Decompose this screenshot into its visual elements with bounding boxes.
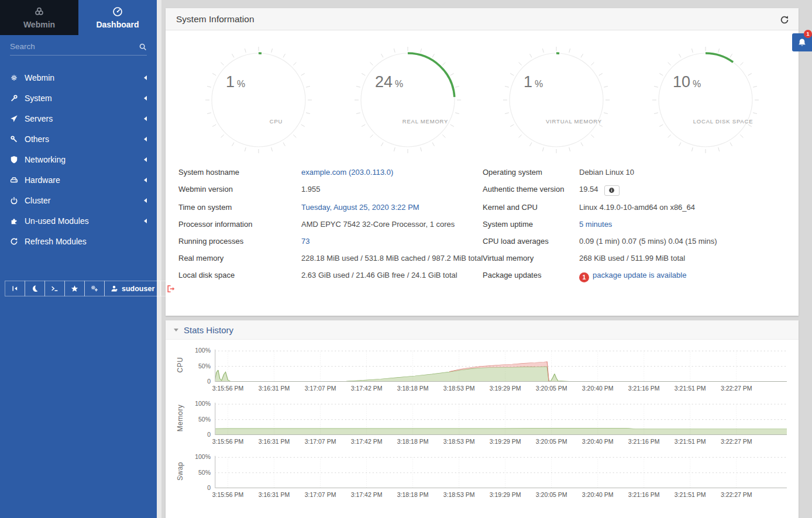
- x-tick-label: 3:22:27 PM: [721, 438, 752, 445]
- terminal-button[interactable]: [44, 281, 65, 296]
- chart-x-ticks: 3:15:56 PM3:16:31 PM3:17:07 PM3:17:42 PM…: [215, 488, 787, 500]
- x-tick-label: 3:16:31 PM: [259, 491, 290, 498]
- star-button[interactable]: [64, 281, 85, 296]
- user-button[interactable]: sudouser: [104, 281, 161, 296]
- info-label: System hostname: [178, 164, 301, 181]
- info-value-text: 19.54: [579, 185, 598, 194]
- sidebar-search: [10, 42, 147, 56]
- gauge-label: REAL MEMORY: [402, 118, 448, 125]
- sidebar-item-servers[interactable]: Servers: [0, 108, 157, 129]
- gauge-label: CPU: [270, 118, 283, 125]
- search-input[interactable]: [10, 42, 135, 51]
- sidebar-item-label: Networking: [25, 155, 66, 164]
- x-tick-label: 3:15:56 PM: [212, 385, 244, 392]
- x-tick-label: 3:16:31 PM: [259, 385, 290, 392]
- info-label: Local disk space: [178, 267, 301, 285]
- info-value[interactable]: 5 minutes: [579, 216, 786, 233]
- bell-icon: [797, 38, 807, 47]
- collapse-button[interactable]: [5, 281, 25, 296]
- sidebar-item-label: Un-used Modules: [25, 216, 89, 226]
- sidebar-item-refresh-modules[interactable]: Refresh Modules: [0, 231, 157, 251]
- gauge-real-memory: 24%REAL MEMORY: [352, 44, 463, 158]
- system-information-panel: System Information 1%CPU24%REAL MEMORY1%…: [166, 8, 799, 316]
- logout-button[interactable]: [160, 281, 181, 296]
- sidebar-item-un-used-modules[interactable]: Un-used Modules: [0, 210, 157, 231]
- gauge-local-disk-space: 10%LOCAL DISK SPACE: [650, 44, 761, 158]
- chart-swap: Swap100%50%03:15:56 PM3:16:31 PM3:17:07 …: [174, 454, 787, 500]
- stats-history-title: Stats History: [184, 325, 233, 335]
- x-tick-label: 3:18:53 PM: [443, 385, 475, 392]
- info-value[interactable]: 1package update is available: [579, 267, 786, 285]
- chart-y-ticks: 100%50%0: [187, 401, 215, 435]
- gauge-value: 10%: [673, 73, 701, 91]
- info-label: Operating system: [483, 164, 579, 181]
- x-tick-label: 3:17:42 PM: [351, 438, 383, 445]
- info-value: 0.09 (1 min) 0.07 (5 mins) 0.04 (15 mins…: [579, 233, 786, 250]
- collapse-icon: [11, 285, 19, 292]
- info-value-link[interactable]: Tuesday, August 25, 2020 3:22 PM: [301, 203, 419, 212]
- stats-history-header[interactable]: Stats History: [166, 320, 799, 340]
- sidebar-item-hardware[interactable]: Hardware: [0, 170, 157, 190]
- moon-button[interactable]: [25, 281, 45, 296]
- x-tick-label: 3:17:07 PM: [305, 385, 336, 392]
- x-tick-label: 3:17:07 PM: [305, 438, 336, 445]
- user-name: sudouser: [122, 285, 154, 293]
- x-tick-label: 3:21:51 PM: [675, 438, 706, 445]
- search-icon[interactable]: [139, 43, 147, 51]
- info-value: 1.955: [301, 181, 483, 199]
- gears-button[interactable]: [84, 281, 105, 296]
- refresh-button[interactable]: [778, 13, 791, 26]
- info-value: 228.18 MiB used / 531.8 MiB cached / 987…: [301, 250, 483, 267]
- tab-webmin[interactable]: Webmin: [0, 0, 78, 35]
- info-value-text: 268 KiB used / 511.99 MiB total: [579, 254, 685, 263]
- x-tick-label: 3:18:18 PM: [397, 491, 429, 498]
- info-label: Virtual memory: [483, 250, 579, 267]
- sidebar-item-others[interactable]: Others: [0, 129, 157, 149]
- info-label: CPU load averages: [483, 233, 579, 250]
- info-value[interactable]: Tuesday, August 25, 2020 3:22 PM: [301, 199, 483, 216]
- refresh-icon: [10, 237, 18, 246]
- info-label: Running processes: [178, 233, 301, 250]
- sidebar: Webmin Dashboard WebminSystemServersOthe…: [0, 0, 157, 518]
- tab-webmin-label: Webmin: [23, 20, 55, 29]
- chart-y-axis-title: CPU: [174, 348, 187, 382]
- x-tick-label: 3:19:29 PM: [490, 385, 521, 392]
- info-label: Package updates: [483, 267, 579, 285]
- y-tick-label: 100%: [195, 400, 211, 407]
- sidebar-item-label: Hardware: [25, 175, 60, 185]
- x-tick-label: 3:21:16 PM: [628, 438, 660, 445]
- gauge-label: LOCAL DISK SPACE: [693, 118, 753, 125]
- x-tick-label: 3:22:27 PM: [721, 385, 752, 392]
- sidebar-item-system[interactable]: System: [0, 88, 157, 108]
- info-value-text: 0.09 (1 min) 0.07 (5 mins) 0.04 (15 mins…: [579, 237, 717, 246]
- sidebar-item-cluster[interactable]: Cluster: [0, 190, 157, 210]
- system-information-header: System Information: [166, 8, 799, 30]
- x-tick-label: 3:15:56 PM: [212, 438, 244, 445]
- info-value-link[interactable]: example.com (203.0.113.0): [301, 168, 393, 177]
- info-value[interactable]: 73: [301, 233, 483, 250]
- info-value-link[interactable]: package update is available: [593, 271, 686, 279]
- x-tick-label: 3:20:05 PM: [536, 385, 567, 392]
- content-left-strip: [157, 0, 161, 518]
- y-tick-label: 0: [207, 431, 211, 438]
- info-value: Debian Linux 10: [579, 164, 786, 181]
- sidebar-item-webmin[interactable]: Webmin: [0, 67, 157, 88]
- tab-dashboard[interactable]: Dashboard: [78, 0, 157, 35]
- logout-icon: [167, 285, 175, 293]
- sidebar-item-label: Servers: [25, 114, 53, 123]
- info-value[interactable]: example.com (203.0.113.0): [301, 164, 483, 181]
- chart-y-ticks: 100%50%0: [187, 348, 215, 382]
- shield-icon: [10, 156, 18, 164]
- info-value-text: Linux 4.19.0-10-amd64 on x86_64: [579, 203, 695, 212]
- sidebar-toolbar: sudouser: [5, 281, 152, 296]
- sidebar-item-networking[interactable]: Networking: [0, 149, 157, 170]
- x-tick-label: 3:16:31 PM: [259, 438, 290, 445]
- theme-info-button[interactable]: [604, 185, 620, 196]
- info-value-link[interactable]: 73: [301, 237, 309, 246]
- chevron-down-icon: [174, 329, 178, 331]
- chart-plot-area: [215, 401, 787, 435]
- gauge-virtual-memory: 1%VIRTUAL MEMORY: [501, 44, 612, 158]
- x-tick-label: 3:20:40 PM: [582, 385, 614, 392]
- notifications-button[interactable]: 1: [792, 33, 812, 51]
- info-value-link[interactable]: 5 minutes: [579, 220, 612, 229]
